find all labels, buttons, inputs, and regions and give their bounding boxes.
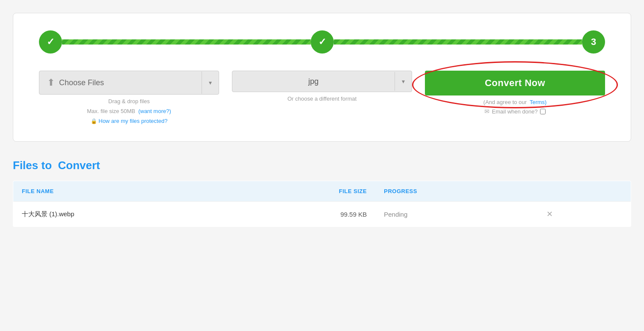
convert-btn-wrapper: Convert Now — [425, 71, 605, 95]
step-line-1 — [62, 39, 311, 45]
chevron-down-icon: ▾ — [202, 73, 219, 92]
col-actions — [534, 181, 631, 202]
section-title-static: Files to — [13, 159, 52, 172]
remove-file-button[interactable]: ✕ — [543, 209, 556, 219]
col-filename: FILE NAME — [13, 181, 234, 202]
email-checkbox[interactable] — [540, 109, 546, 114]
protection-text: 🔒 How are my files protected? — [91, 118, 168, 124]
file-name-cell: 十大风景 (1).webp — [13, 202, 234, 227]
file-status-cell: Pending — [375, 202, 534, 227]
format-subtext: Or choose a different format — [288, 95, 357, 102]
section-title: Files to Convert — [13, 159, 631, 172]
step-3-circle: 3 — [582, 30, 605, 54]
email-label: Email when done? — [492, 108, 538, 115]
protection-link[interactable]: How are my files protected? — [98, 118, 167, 124]
files-table-header: FILE NAME FILE SIZE PROGRESS — [13, 181, 631, 202]
files-table-body: 十大风景 (1).webp 99.59 KB Pending ✕ — [13, 202, 631, 227]
convert-group: Convert Now (And agree to our Terms) ✉ E… — [425, 71, 605, 115]
choose-files-button[interactable]: ⬆ Choose Files ▾ — [39, 71, 219, 95]
terms-line: (And agree to our Terms) — [484, 99, 547, 105]
file-remove-cell: ✕ — [534, 202, 631, 227]
step-1-label: ✓ — [47, 36, 54, 48]
format-chevron-icon: ▾ — [395, 72, 412, 91]
lock-icon: 🔒 — [91, 118, 97, 124]
main-card: ✓ ✓ 3 ⬆ Choose Files ▾ Drag & drop files — [13, 13, 631, 142]
format-select[interactable]: jpg png gif webp bmp — [232, 71, 395, 92]
format-group: jpg png gif webp bmp ▾ Or choose a diffe… — [232, 71, 412, 102]
upload-icon: ⬆ — [47, 77, 55, 88]
files-table: FILE NAME FILE SIZE PROGRESS 十大风景 (1).we… — [13, 181, 631, 227]
step-1-circle: ✓ — [39, 30, 62, 54]
files-section: Files to Convert FILE NAME FILE SIZE PRO… — [13, 159, 631, 227]
step-2-label: ✓ — [318, 36, 326, 48]
col-filesize: FILE SIZE — [233, 181, 375, 202]
file-size-text: Max. file size 50MB (want more?) — [87, 108, 171, 114]
choose-files-main: ⬆ Choose Files — [39, 71, 202, 94]
col-progress: PROGRESS — [375, 181, 534, 202]
step-3-label: 3 — [591, 36, 596, 48]
drag-drop-text: Drag & drop files — [108, 98, 150, 104]
want-more-link[interactable]: (want more?) — [138, 108, 171, 114]
step-2-circle: ✓ — [311, 30, 334, 54]
format-select-wrapper: jpg png gif webp bmp ▾ — [232, 71, 412, 92]
email-line: ✉ Email when done? — [484, 108, 546, 115]
file-size-cell: 99.59 KB — [233, 202, 375, 227]
convert-now-button[interactable]: Convert Now — [425, 71, 605, 95]
choose-files-group: ⬆ Choose Files ▾ Drag & drop files Max. … — [39, 71, 219, 124]
choose-files-label: Choose Files — [59, 78, 104, 87]
section-title-colored: Convert — [58, 159, 100, 172]
table-row: 十大风景 (1).webp 99.59 KB Pending ✕ — [13, 202, 631, 227]
steps-container: ✓ ✓ 3 — [39, 30, 605, 54]
controls-row: ⬆ Choose Files ▾ Drag & drop files Max. … — [39, 71, 605, 124]
terms-link[interactable]: Terms) — [530, 99, 547, 105]
step-line-2 — [334, 39, 582, 45]
email-icon: ✉ — [484, 108, 490, 115]
